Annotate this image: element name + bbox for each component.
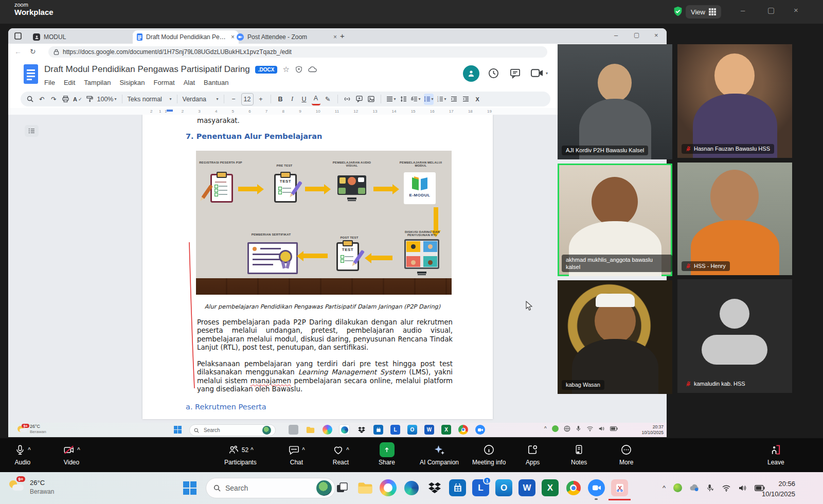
document-outline-toggle[interactable]	[25, 125, 39, 137]
battery-tray-icon[interactable]	[610, 426, 618, 431]
volume-tray-icon[interactable]	[599, 426, 605, 431]
leave-button[interactable]: Leave	[767, 443, 784, 466]
tab-close-icon[interactable]: ×	[333, 33, 337, 41]
add-comment-icon[interactable]	[355, 94, 364, 105]
underline-button[interactable]: U	[300, 94, 309, 105]
new-tab-button[interactable]: +	[340, 31, 345, 40]
outlook-icon[interactable]: O	[495, 479, 512, 496]
move-shield-icon[interactable]	[295, 65, 303, 74]
antivirus-tray-icon[interactable]	[552, 425, 559, 432]
font-size-increase[interactable]: +	[257, 94, 265, 105]
mic-location-tray-icon[interactable]	[707, 484, 714, 492]
chat-button[interactable]: ^ Chat	[288, 443, 305, 466]
cloud-status-icon[interactable]	[308, 66, 317, 73]
zoom-app-icon[interactable]	[588, 479, 605, 496]
flowchart-image[interactable]: REGISTRASI PESERTA P3P PRE TEST PEMBELAJ…	[196, 151, 452, 295]
redo-icon[interactable]: ↷	[49, 94, 58, 105]
video-tile-kamaludin[interactable]: kamaludin kab. HSS	[677, 279, 792, 393]
menu-tampilan[interactable]: Tampilan	[84, 79, 111, 86]
undo-icon[interactable]: ↶	[38, 94, 46, 105]
video-tile-henry[interactable]: HSS - Henry	[677, 163, 792, 275]
inner-start-button[interactable]	[174, 426, 182, 434]
ms-store-icon[interactable]	[449, 479, 466, 496]
browser-tab-modul[interactable]: MODUL ×	[29, 30, 140, 44]
react-button[interactable]: ^ React	[332, 443, 349, 466]
document-page[interactable]: masyarakat. 7. Penentuan Alur Pembelajar…	[142, 115, 493, 419]
browser-tab-zoom[interactable]: Post Attendee - Zoom ×	[232, 30, 341, 44]
comments-icon[interactable]	[509, 67, 521, 79]
meet-presenting-button[interactable]: ▾	[531, 67, 548, 79]
weather-widget[interactable]: 9+ 26°C Berawan	[8, 476, 96, 500]
excel-icon[interactable]: X	[542, 479, 559, 496]
spellcheck-icon[interactable]: A✓	[73, 94, 82, 105]
window-restore-button[interactable]: ▢	[767, 6, 775, 15]
increase-indent-icon[interactable]	[461, 94, 470, 105]
menu-alat[interactable]: Alat	[184, 79, 195, 86]
inner-weather-widget[interactable]: 9+ 26°C Berawan	[17, 424, 84, 436]
edge-icon[interactable]	[403, 479, 420, 496]
snipping-tool-icon-active[interactable]	[611, 479, 628, 496]
wifi-tray-icon[interactable]	[722, 484, 731, 492]
participants-button[interactable]: 52^ Participants	[224, 443, 257, 466]
browser-tray-icon[interactable]	[564, 425, 570, 432]
browser-tab-active-docs[interactable]: Draft Modul Pendidikan Pengawa ×	[133, 30, 239, 44]
view-button[interactable]: View	[686, 5, 721, 19]
browser-minimize-button[interactable]: –	[614, 31, 618, 39]
word-icon[interactable]: W	[424, 425, 434, 435]
video-tile-hasnan[interactable]: Hasnan Fauzan Bawaslu HSS	[677, 44, 792, 158]
word-icon[interactable]: W	[518, 479, 535, 496]
video-button[interactable]: ^ Video	[63, 443, 80, 466]
tray-chevron-icon[interactable]: ^	[663, 484, 666, 492]
taskbar-search-box[interactable]: Search	[206, 478, 335, 498]
share-button[interactable]: Share	[379, 443, 395, 466]
video-tile-aji[interactable]: AJI Kordiv P2H Bawaslu Kalsel	[558, 44, 672, 159]
tray-chevron-icon[interactable]: ^	[544, 426, 547, 431]
ms-store-icon[interactable]	[373, 425, 383, 435]
document-title[interactable]: Draft Modul Pendidikan Pengawas Partisip…	[44, 64, 250, 75]
video-tile-akhmad-active-speaker[interactable]: akhmad mukhlis_anggota bawaslu kalsel	[558, 164, 672, 276]
menu-file[interactable]: File	[44, 79, 55, 86]
ai-companion-button[interactable]: AI Companion	[420, 443, 459, 466]
antivirus-tray-icon[interactable]	[673, 483, 682, 492]
l-app-icon[interactable]: L1	[472, 479, 489, 496]
font-size-value[interactable]: 12	[241, 93, 254, 105]
font-select[interactable]: Verdana▾	[183, 94, 219, 105]
start-button[interactable]	[183, 481, 196, 495]
excel-icon[interactable]: X	[441, 425, 451, 435]
insert-image-icon[interactable]	[367, 94, 375, 105]
bold-button[interactable]: B	[276, 94, 285, 105]
numbered-list-icon[interactable]: 123▾	[437, 94, 446, 105]
chrome-icon[interactable]	[458, 425, 468, 435]
window-close-button[interactable]: ×	[794, 6, 798, 14]
clear-formatting-icon[interactable]: X	[473, 94, 482, 105]
copilot-icon[interactable]	[323, 425, 332, 435]
inner-search-box[interactable]: Search	[189, 424, 276, 436]
l-app-icon[interactable]: L	[390, 425, 400, 435]
wifi-tray-icon[interactable]	[586, 426, 594, 431]
tab-search-icon[interactable]	[14, 32, 22, 40]
styles-select[interactable]: Teks normal▾	[128, 94, 172, 105]
dropbox-icon[interactable]	[426, 479, 443, 496]
copilot-icon[interactable]	[380, 479, 397, 496]
more-button[interactable]: More	[619, 443, 633, 466]
folder-icon[interactable]	[356, 479, 373, 496]
audio-caret-icon[interactable]: ^	[28, 447, 31, 453]
menu-bantuan[interactable]: Bantuan	[204, 79, 228, 86]
decrease-indent-icon[interactable]	[450, 94, 458, 105]
line-spacing-icon[interactable]	[399, 94, 408, 105]
account-avatar[interactable]	[463, 65, 479, 82]
zoom-select[interactable]: 100%▾	[97, 94, 117, 105]
dropbox-icon[interactable]	[356, 425, 366, 435]
menu-edit[interactable]: Edit	[64, 79, 75, 86]
font-size-decrease[interactable]: −	[229, 94, 238, 105]
chrome-icon[interactable]	[565, 479, 582, 496]
system-tray[interactable]: ^	[663, 483, 765, 492]
mic-tray-icon[interactable]	[576, 425, 581, 432]
back-icon[interactable]: ←	[14, 47, 22, 56]
toolbar-search-icon[interactable]	[26, 94, 34, 105]
video-caret-icon[interactable]: ^	[77, 447, 80, 453]
audio-button[interactable]: ^ Audio	[14, 443, 31, 466]
checklist-icon[interactable]: ▾	[411, 94, 421, 105]
italic-button[interactable]: I	[288, 94, 297, 105]
insert-link-icon[interactable]	[343, 94, 352, 105]
